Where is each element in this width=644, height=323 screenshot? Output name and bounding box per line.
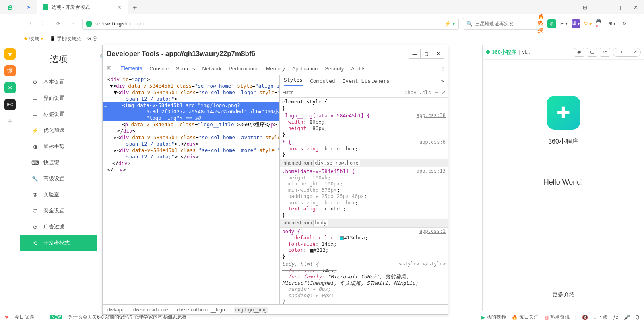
tab-memory[interactable]: Memory: [266, 63, 285, 74]
dom-node[interactable]: ▼<div data-v-584e45b1 class="se-col home…: [103, 89, 279, 102]
css-rule[interactable]: app.css:38 .logo__img[data-v-584e45b1] {…: [280, 112, 448, 138]
status-hot[interactable]: ▦热点资讯: [544, 314, 570, 321]
sidebar-item-mouse[interactable]: ◑鼠标手势: [20, 138, 97, 154]
favorites-star-icon[interactable]: ★ 收藏 ▾: [23, 35, 43, 42]
styles-expand-icon[interactable]: ⤢: [441, 89, 446, 95]
search-input[interactable]: [475, 21, 535, 27]
devtools-maximize-button[interactable]: ▢: [420, 49, 432, 59]
cls-toggle[interactable]: .cls: [419, 89, 431, 95]
grid-icon[interactable]: ⊞ ▾: [608, 19, 617, 28]
window-close-button[interactable]: ✕: [627, 0, 644, 14]
dom-tree-panel[interactable]: <div id="app"> ▼<div data-v-584e45b1 cla…: [103, 75, 279, 304]
tab-styles[interactable]: Styles: [284, 77, 303, 86]
status-daily[interactable]: 🔥每日关注: [512, 314, 539, 321]
add-rule-icon[interactable]: ＋: [433, 89, 439, 96]
miniapp-minimize-icon[interactable]: —: [626, 50, 630, 55]
bookmark-mobile[interactable]: 📱 手机收藏夹: [50, 35, 81, 42]
miniapp-collapse-icon[interactable]: ⟷: [616, 49, 623, 55]
css-rule-ua[interactable]: <style>…</style> body, html { font-size:…: [280, 260, 448, 304]
browser-tab-active[interactable]: 选项 - 开发者模式 ✕: [37, 0, 128, 14]
dom-node[interactable]: <div id="app">: [103, 76, 279, 83]
app-menu-icon[interactable]: ⊞: [576, 0, 593, 14]
miniapp-close-icon[interactable]: ✕: [634, 49, 637, 55]
scissors-icon[interactable]: ✂ ▾: [559, 19, 568, 28]
element-style-rule[interactable]: element.style {}: [280, 98, 448, 112]
nav-reload-button[interactable]: ⟳: [53, 19, 64, 29]
new-tab-button[interactable]: ＋: [128, 2, 142, 12]
status-today[interactable]: 今日优选: [14, 314, 34, 321]
miniapp-refresh-button[interactable]: ⟳: [600, 48, 610, 57]
breadcrumb-item[interactable]: div.se-col.home__logo: [177, 307, 225, 313]
rule-source-link[interactable]: app.css:38: [417, 113, 446, 119]
status-headline[interactable]: 为什么会丢失6岁以前的记忆？心理学家的答案细思恐极: [68, 314, 187, 321]
rail-mail-icon[interactable]: ✉: [4, 82, 16, 93]
bookmark-google[interactable]: G 谷: [87, 35, 97, 42]
tab-event-listeners[interactable]: Event Listeners: [343, 78, 390, 84]
sidebar-item-speed[interactable]: ⚡优化加速: [20, 122, 97, 138]
element-picker-icon[interactable]: ⇱: [105, 66, 113, 72]
status-fn-icon[interactable]: ƒx: [613, 315, 618, 320]
devtools-titlebar[interactable]: Developer Tools - app://qh13waury22p7m8b…: [103, 45, 448, 62]
hov-toggle[interactable]: :hov: [405, 89, 417, 95]
shield-icon[interactable]: 🛡 ▾: [584, 19, 592, 28]
sidebar-item-tabs[interactable]: ▭标签设置: [20, 106, 97, 122]
tab-audits[interactable]: Audits: [351, 63, 365, 74]
tab-elements[interactable]: Elements: [120, 63, 142, 74]
breadcrumb-item[interactable]: div#app: [107, 307, 124, 313]
devtools-minimize-button[interactable]: —: [409, 49, 421, 59]
nav-back-button[interactable]: 〈: [24, 19, 35, 29]
dom-node[interactable]: ▸<div data-v-584e45b1 class="se-col home…: [103, 134, 279, 147]
extension-icon[interactable]: ◍: [547, 19, 556, 28]
rail-star-icon[interactable]: ★: [4, 48, 16, 60]
tab-close-icon[interactable]: ✕: [117, 4, 122, 10]
sidebar-item-advanced[interactable]: 🔧高级设置: [20, 171, 97, 187]
dom-node[interactable]: ▸<div data-v-584e45b1 class="se-col home…: [103, 147, 279, 160]
dom-node[interactable]: ▼<div data-v-584e45b1 class="se-row home…: [103, 83, 279, 89]
sidebar-item-shortcut[interactable]: ⌨快捷键: [20, 154, 97, 171]
window-minimize-button[interactable]: —: [593, 0, 610, 14]
tab-performance[interactable]: Performance: [229, 63, 258, 74]
css-rule[interactable]: app.css:6 * { box-sizing: border-box;}: [280, 138, 448, 159]
rule-source-link[interactable]: app.css:13: [417, 168, 446, 175]
tab-sources[interactable]: Sources: [176, 63, 195, 74]
tab-console[interactable]: Console: [149, 63, 169, 74]
sidebar-item-basic[interactable]: ⚙基本设置: [20, 74, 97, 90]
dom-node[interactable]: <p data-v-584e45b1 class="logo__title">3…: [103, 121, 279, 128]
url-input[interactable]: se://settings/miniapp ⚡ ▾: [82, 18, 459, 30]
dom-node-selected[interactable]: …<img data-v-584e45b1 src="img/logo.png?…: [103, 102, 279, 121]
sidebar-item-developer[interactable]: ⟲开发者模式: [20, 235, 97, 251]
rail-weibo-icon[interactable]: 微: [4, 65, 16, 76]
search-box[interactable]: 🔍 🔥热搜: [463, 18, 543, 30]
status-prev-icon[interactable]: 〈: [39, 314, 44, 321]
breadcrumb-item[interactable]: div.se-row.home: [133, 307, 168, 313]
restore-icon[interactable]: ↻: [620, 19, 629, 28]
menu-icon[interactable]: ≡: [632, 19, 641, 28]
lightning-icon[interactable]: ⚡ ▾: [444, 21, 455, 27]
status-download[interactable]: ↓ 下载: [594, 314, 607, 321]
nav-forward-button[interactable]: 〉: [39, 19, 49, 29]
css-rule[interactable]: app.css:1 body { --default-color: #13cbd…: [280, 228, 448, 261]
styles-body[interactable]: element.style {} app.css:38 .logo__img[d…: [280, 98, 448, 304]
compass-tab-icon[interactable]: ➤: [20, 0, 37, 14]
sidebar-item-adblock[interactable]: ⊘广告过滤: [20, 219, 97, 235]
css-rule[interactable]: app.css:13 .home[data-v-584e45b1] { heig…: [280, 167, 448, 219]
sidebar-item-lab[interactable]: ⚗实验室: [20, 187, 97, 203]
tab-computed[interactable]: Computed: [310, 78, 335, 84]
game-icon[interactable]: 🎮 ▾: [596, 19, 605, 28]
dom-node[interactable]: </div>: [103, 128, 279, 134]
tab-security[interactable]: Security: [325, 63, 344, 74]
styles-more-icon[interactable]: »: [441, 78, 444, 84]
rule-source-link[interactable]: app.css:6: [419, 139, 446, 146]
status-mic-icon[interactable]: 🎤: [624, 315, 630, 320]
dom-node[interactable]: </div>: [103, 167, 279, 173]
status-zoom-icon[interactable]: Q: [636, 315, 639, 320]
window-maximize-button[interactable]: ▢: [610, 0, 627, 14]
devtools-close-button[interactable]: ✕: [432, 49, 444, 59]
miniapp-more-link[interactable]: 更多介绍: [483, 291, 644, 298]
dom-node[interactable]: </div>: [103, 160, 279, 167]
rail-add-icon[interactable]: ✚: [4, 116, 16, 127]
styles-filter-input[interactable]: [282, 90, 402, 95]
status-myvideo[interactable]: ▶我的视频: [481, 314, 506, 321]
breadcrumb-item[interactable]: img.logo__img: [234, 307, 268, 313]
dom-breadcrumb[interactable]: div#app div.se-row.home div.se-col.home_…: [103, 304, 448, 314]
